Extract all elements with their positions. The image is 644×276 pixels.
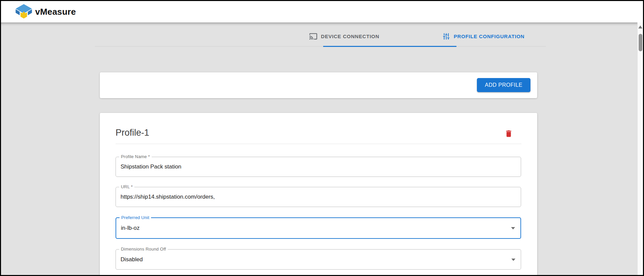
url-label: URL * bbox=[119, 184, 134, 190]
trash-icon bbox=[504, 129, 513, 138]
url-input[interactable] bbox=[121, 194, 516, 200]
preferred-unit-select[interactable]: Preferred Unit in-lb-oz bbox=[116, 217, 521, 239]
scroll-up-icon[interactable] bbox=[638, 25, 642, 28]
app-header: vMeasure bbox=[1, 1, 643, 22]
chevron-down-icon bbox=[511, 227, 515, 229]
add-profile-button[interactable]: ADD PROFILE bbox=[477, 78, 530, 92]
profile-name-field[interactable]: Profile Name * bbox=[116, 157, 521, 177]
url-field[interactable]: URL * bbox=[116, 187, 521, 207]
main-content: DEVICE CONNECTION PROFILE CONFIGURATION … bbox=[1, 22, 643, 275]
profile-name-label: Profile Name * bbox=[119, 154, 152, 159]
tab-device-connection[interactable]: DEVICE CONNECTION bbox=[296, 26, 393, 46]
title-divider bbox=[116, 144, 521, 144]
vertical-scrollbar[interactable] bbox=[637, 22, 643, 275]
preferred-unit-label: Preferred Unit bbox=[120, 215, 151, 220]
vmeasure-logo-icon bbox=[15, 4, 32, 20]
active-tab-indicator bbox=[323, 46, 456, 47]
tab-label: PROFILE CONFIGURATION bbox=[454, 33, 525, 39]
tab-profile-configuration[interactable]: PROFILE CONFIGURATION bbox=[428, 26, 539, 46]
tab-label: DEVICE CONNECTION bbox=[321, 33, 379, 39]
tune-icon bbox=[442, 32, 450, 41]
app-window: vMeasure DEVICE CONNECTION PROFILE CONFI… bbox=[0, 0, 644, 276]
scrollbar-thumb[interactable] bbox=[639, 34, 642, 51]
preferred-unit-value: in-lb-oz bbox=[121, 225, 516, 231]
dimensions-round-off-value: Disabled bbox=[121, 256, 516, 263]
dimensions-round-off-select[interactable]: Dimensions Round Off Disabled bbox=[116, 249, 521, 270]
dimensions-round-off-label: Dimensions Round Off bbox=[119, 247, 168, 252]
profile-title: Profile-1 bbox=[116, 128, 149, 138]
tab-bar: DEVICE CONNECTION PROFILE CONFIGURATION bbox=[95, 26, 546, 47]
app-title: vMeasure bbox=[35, 7, 76, 17]
cast-icon bbox=[309, 32, 317, 41]
profile-name-input[interactable] bbox=[121, 163, 516, 170]
chevron-down-icon bbox=[511, 259, 515, 261]
profile-card: Profile-1 Profile Name * URL * Preferred… bbox=[100, 113, 537, 276]
toolbar-card: ADD PROFILE bbox=[100, 72, 537, 98]
delete-profile-button[interactable] bbox=[504, 129, 514, 139]
